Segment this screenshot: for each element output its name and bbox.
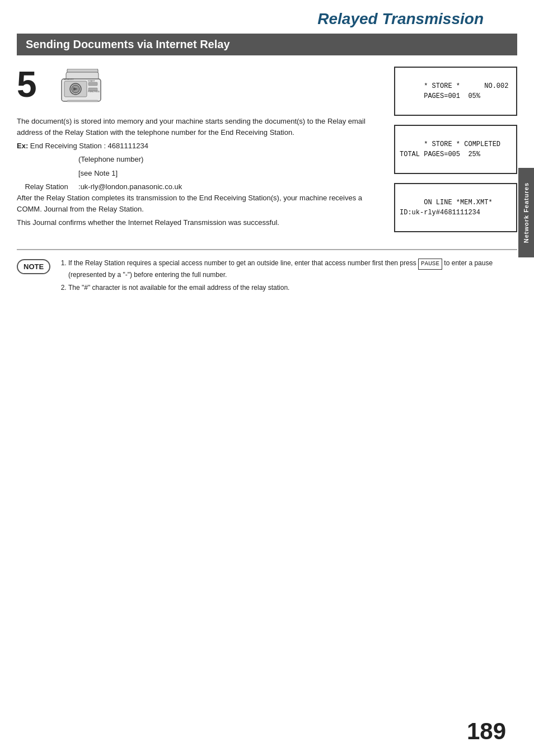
relay-row: Relay Station : uk-rly@london.panasonic.… [17, 181, 383, 192]
sidebar-tab: Network Features [518, 168, 534, 257]
page-title: Relayed Transmission [317, 10, 484, 27]
svg-text:START: START [88, 79, 95, 82]
relay-value: uk-rly@london.panasonic.co.uk [81, 181, 182, 192]
page-header: Relayed Transmission [0, 0, 534, 28]
step-number: 5 [17, 67, 45, 102]
ex-value: End Receiving Station : 4681111234 [30, 142, 148, 150]
para3: This Journal confirms whether the Intern… [17, 217, 383, 228]
svg-rect-9 [67, 100, 98, 102]
note1-label: [see Note 1] [17, 168, 383, 179]
sidebar-label: Network Features [523, 182, 530, 243]
svg-rect-7 [88, 82, 97, 86]
para2: After the Relay Station completes its tr… [17, 192, 383, 215]
note-badge: NOTE [17, 259, 50, 274]
lcd-display-3: ON LINE *MEM.XMT* ID:uk-rly#4681111234 [394, 183, 517, 232]
svg-text:MEMORY: MEMORY [64, 78, 74, 81]
note-list: If the Relay Station requires a special … [59, 258, 512, 293]
section-heading-bar: Sending Documents via Internet Relay [17, 34, 517, 55]
main-content: 5 [0, 55, 534, 232]
lcd-display-2: * STORE * COMPLETED TOTAL PAGES=005 25% [394, 125, 517, 174]
note-section: NOTE If the Relay Station requires a spe… [0, 250, 534, 303]
step-row: 5 [17, 67, 383, 108]
note-item-2: The "#" character is not available for t… [68, 283, 512, 293]
page-number: 189 [467, 718, 506, 745]
device-icon: MEMORY START FUNCTION [56, 69, 106, 108]
ex-label: Ex: [17, 142, 28, 150]
section-title: Sending Documents via Internet Relay [26, 38, 508, 51]
note-content: If the Relay Station requires a special … [59, 258, 512, 295]
lcd-display-1: * STORE * NO.002 PAGES=001 05% [394, 67, 517, 116]
note-item-1: If the Relay Station requires a special … [68, 258, 512, 280]
note-text-2: The "#" character is not available for t… [68, 284, 289, 292]
relay-label: Relay Station [17, 181, 78, 192]
left-column: 5 [17, 67, 383, 232]
body-text: The document(s) is stored into memory an… [17, 116, 383, 228]
para1: The document(s) is stored into memory an… [17, 116, 383, 138]
tel-label: (Telephone number) [17, 154, 383, 165]
pause-key: PAUSE [418, 259, 442, 270]
ex-line: Ex: End Receiving Station : 4681111234 [17, 140, 383, 152]
note-text-1a: If the Relay Station requires a special … [68, 259, 418, 267]
svg-text:FUNCTION: FUNCTION [88, 90, 100, 93]
right-column: * STORE * NO.002 PAGES=001 05% * STORE *… [394, 67, 517, 232]
